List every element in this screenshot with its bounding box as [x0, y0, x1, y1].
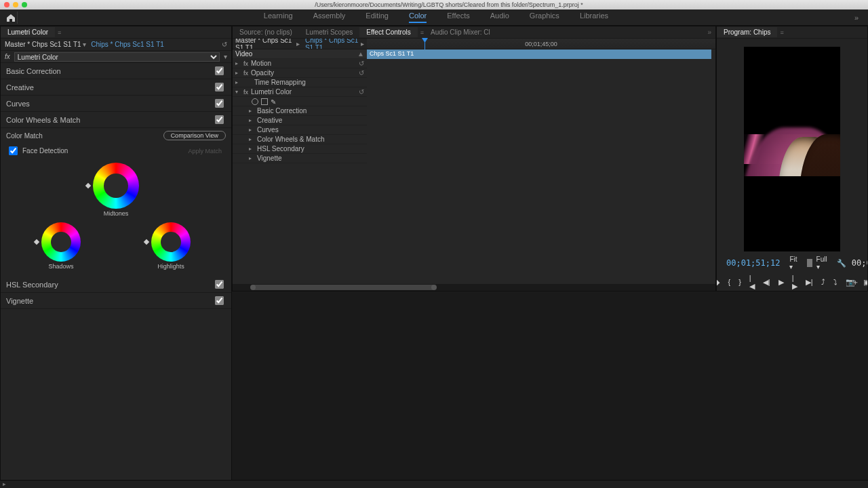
mark-out-button[interactable]: } — [738, 277, 741, 287]
tab-source[interactable]: Source: (no clips) — [233, 27, 299, 37]
face-detection-toggle[interactable]: Face Detection — [6, 144, 68, 157]
tab-audio-clip-mixer[interactable]: Audio Clip Mixer: Cl — [424, 27, 497, 37]
close-window-icon[interactable] — [4, 2, 9, 7]
twirl-icon[interactable]: ▸ — [249, 127, 254, 133]
mark-in-icon[interactable]: ◆ — [716, 277, 719, 287]
lift-icon[interactable]: ⤴ — [821, 277, 825, 287]
reset-icon[interactable]: ↺ — [359, 60, 364, 67]
workspace-learning[interactable]: Learning — [264, 12, 293, 23]
hsl-enable-checkbox[interactable] — [215, 280, 224, 289]
ec-vignette[interactable]: Vignette — [257, 155, 282, 162]
workspace-audio[interactable]: Audio — [490, 12, 509, 23]
comparison-view-button[interactable]: Comparison View — [163, 131, 226, 140]
basic-enable-checkbox[interactable] — [215, 66, 224, 75]
ec-time-remap[interactable]: Time Remapping — [254, 79, 306, 86]
ec-basic[interactable]: Basic Correction — [257, 107, 307, 115]
program-monitor-panel: Program: Chips ≡ 00;01;51;12 Fit ▾ Full … — [716, 26, 868, 291]
ec-motion[interactable]: Motion — [251, 60, 271, 67]
program-video[interactable] — [744, 47, 840, 251]
shadows-wheel[interactable] — [41, 222, 81, 262]
ec-mini-ruler[interactable]: 00;01;45;00 — [367, 39, 715, 49]
home-button[interactable] — [4, 12, 18, 24]
twirl-icon[interactable]: ▾ — [235, 89, 241, 95]
wrench-icon[interactable]: 🔧 — [837, 258, 846, 268]
creative-enable-checkbox[interactable] — [215, 83, 224, 92]
workspace-color[interactable]: Color — [409, 12, 427, 23]
twirl-icon[interactable]: ▸ — [235, 79, 241, 85]
mask-pen-icon[interactable]: ✎ — [271, 98, 277, 105]
comparison-view-icon[interactable]: ▣ — [863, 277, 868, 287]
twirl-icon[interactable]: ▸ — [249, 136, 254, 142]
ec-creative[interactable]: Creative — [257, 117, 282, 124]
minimize-window-icon[interactable] — [13, 2, 18, 7]
tab-lumetri-color[interactable]: Lumetri Color — [1, 27, 55, 37]
extract-icon[interactable]: ⤵ — [833, 277, 837, 287]
twirl-icon[interactable]: ▸ — [249, 155, 254, 161]
program-current-tc[interactable]: 00;01;51;12 — [726, 258, 780, 268]
fx-badge-icon: fx — [243, 89, 248, 96]
workspace-editing[interactable]: Editing — [366, 12, 389, 23]
ec-wheels[interactable]: Color Wheels & Match — [257, 136, 324, 143]
lumetri-effect-select[interactable]: Lumetri Color — [14, 52, 220, 62]
tab-effect-controls[interactable]: Effect Controls — [359, 27, 417, 37]
reset-icon[interactable]: ↺ — [359, 88, 364, 96]
ec-opacity[interactable]: Opacity — [251, 69, 274, 77]
panel-overflow-icon[interactable]: » — [703, 28, 715, 36]
twirl-icon[interactable]: ▸ — [249, 117, 254, 123]
lumetri-section-creative[interactable]: Creative — [1, 79, 231, 96]
apply-match-button[interactable]: Apply Match — [184, 147, 226, 155]
twirl-icon[interactable]: ▸ — [235, 70, 241, 76]
ec-curves[interactable]: Curves — [257, 126, 279, 134]
lumetri-section-basic[interactable]: Basic Correction — [1, 63, 231, 79]
twirl-icon[interactable]: ▸ — [249, 146, 254, 152]
workspace-graphics[interactable]: Graphics — [530, 12, 559, 23]
mask-rect-icon[interactable] — [261, 98, 268, 105]
window-title: /Users/kieronmoore/Documents/Writing/LGB… — [34, 1, 864, 8]
curves-enable-checkbox[interactable] — [215, 99, 224, 108]
lumetri-section-vignette[interactable]: Vignette — [1, 293, 231, 309]
mark-in-button[interactable]: { — [728, 277, 730, 287]
twirl-icon[interactable]: ▸ — [235, 60, 241, 66]
ec-keyframe-area[interactable]: Chps Sc1 S1 T1 — [367, 49, 715, 291]
lumetri-section-hsl[interactable]: HSL Secondary — [1, 277, 231, 293]
workspace-assembly[interactable]: Assembly — [313, 12, 346, 23]
lumetri-section-curves[interactable]: Curves — [1, 96, 231, 112]
twirl-icon[interactable]: ▸ — [249, 108, 254, 114]
workspace-effects[interactable]: Effects — [447, 12, 469, 23]
face-detection-checkbox[interactable] — [9, 146, 18, 155]
zoom-fit-dropdown[interactable]: Fit ▾ — [785, 256, 801, 270]
mask-ellipse-icon[interactable] — [252, 98, 258, 105]
tab-program[interactable]: Program: Chips — [717, 27, 777, 37]
wheels-enable-checkbox[interactable] — [215, 115, 224, 124]
zoom-window-icon[interactable] — [22, 2, 27, 7]
shadows-label: Shadows — [48, 263, 73, 270]
ec-clip-link[interactable]: Chips * Chps Sc1 S1 T1 — [305, 39, 361, 49]
ec-lumetri[interactable]: Lumetri Color — [251, 88, 292, 96]
ec-hscroll[interactable] — [233, 284, 715, 291]
step-back-icon[interactable]: ◀| — [763, 277, 770, 287]
reset-icon[interactable]: ↺ — [359, 69, 364, 77]
play-button[interactable]: ▶ — [778, 277, 784, 287]
ec-section-video: Video — [235, 50, 252, 58]
chevron-right-icon[interactable]: ▸ — [361, 40, 364, 47]
highlights-wheel[interactable] — [151, 222, 191, 262]
tab-lumetri-scopes[interactable]: Lumetri Scopes — [299, 27, 359, 37]
step-fwd-icon[interactable]: |▶ — [792, 277, 797, 287]
workspace-libraries[interactable]: Libraries — [580, 12, 608, 23]
workspace-overflow[interactable]: » — [849, 14, 864, 22]
section-toggle-icon[interactable]: ▲ — [357, 50, 364, 58]
midtones-wheel[interactable] — [93, 163, 139, 209]
go-to-out-icon[interactable]: ▶| — [806, 277, 813, 287]
vignette-enable-checkbox[interactable] — [215, 296, 224, 305]
lumetri-clip-link[interactable]: Chips * Chps Sc1 S1 T1 — [91, 41, 164, 48]
panel-menu-icon[interactable]: ≡ — [58, 29, 61, 36]
button-editor-icon[interactable]: ＋ — [850, 277, 861, 287]
panel-menu-icon[interactable]: ≡ — [780, 29, 783, 36]
lumetri-section-wheels[interactable]: Color Wheels & Match — [1, 112, 231, 128]
resolution-dropdown[interactable]: Full ▾ — [812, 256, 831, 270]
chevron-down-icon[interactable]: ▾ — [224, 53, 227, 60]
reset-icon[interactable]: ↺ — [222, 41, 227, 48]
ec-mini-clip[interactable]: Chps Sc1 S1 T1 — [367, 49, 711, 59]
ec-hsl[interactable]: HSL Secondary — [257, 145, 304, 152]
go-to-in-icon[interactable]: |◀ — [749, 277, 755, 287]
